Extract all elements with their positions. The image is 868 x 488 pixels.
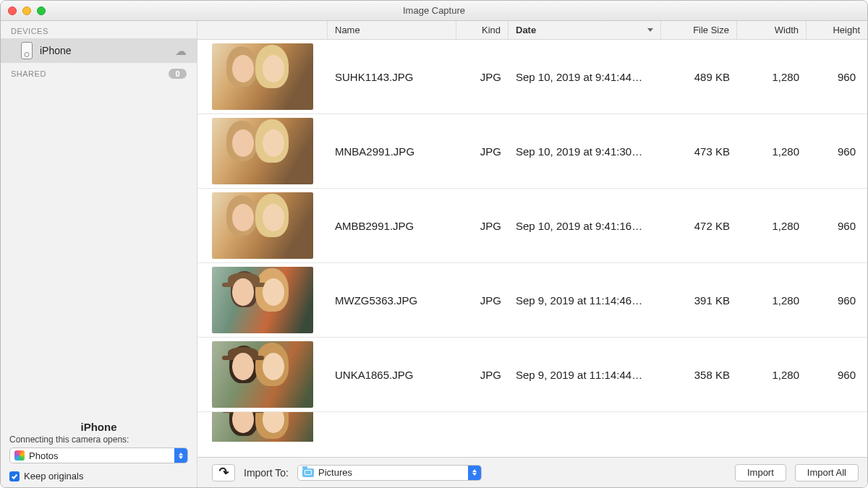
column-name[interactable]: Name [328,21,456,39]
checkbox-checked-icon [9,471,20,481]
import-to-select[interactable]: Pictures [297,465,482,481]
column-date[interactable]: Date [509,21,661,39]
size-cell: 489 KB [661,71,737,83]
thumbnail-cell [197,43,328,110]
name-cell: MWZG5363.JPG [328,294,456,307]
table-row[interactable]: UNKA1865.JPGJPGSep 9, 2019 at 11:14:44…3… [197,338,867,412]
photo-thumbnail [212,118,313,184]
camera-opens-select[interactable]: Photos [9,448,188,463]
width-cell: 1,280 [737,145,807,158]
width-cell: 1,280 [737,71,807,83]
bottom-toolbar: ↶ Import To: Pictures Import Import All [197,457,867,487]
chevron-down-icon [647,28,653,32]
shared-count-badge: 0 [169,69,187,79]
kind-cell: JPG [456,220,509,232]
date-cell: Sep 10, 2019 at 9:41:30… [509,145,661,158]
date-cell: Sep 9, 2019 at 11:14:44… [509,369,661,381]
kind-cell: JPG [456,294,509,307]
size-cell: 472 KB [661,220,737,232]
image-capture-window: Image Capture DEVICES iPhone ☁ SHARED 0 … [0,0,868,488]
height-cell: 960 [807,369,867,381]
photo-thumbnail [212,43,313,110]
photo-thumbnail [212,412,313,442]
image-rows: SUHK1143.JPGJPGSep 10, 2019 at 9:41:44…4… [197,40,867,457]
thumbnail-cell [197,267,328,333]
thumbnail-cell [197,192,328,259]
import-to-label: Import To: [244,467,289,479]
sidebar-section-devices: DEVICES [1,21,197,38]
column-file-size[interactable]: File Size [661,21,737,39]
pictures-folder-icon [302,468,314,477]
keep-originals-checkbox[interactable]: Keep originals [9,471,188,481]
title-bar: Image Capture [1,1,867,21]
name-cell: MNBA2991.JPG [328,145,456,158]
select-stepper-icon [174,448,187,463]
camera-opens-value: Photos [29,450,58,461]
kind-cell: JPG [456,71,509,83]
sidebar-item-label: iPhone [40,45,72,56]
width-cell: 1,280 [737,369,807,381]
sidebar-section-shared-label: SHARED [11,69,46,78]
kind-cell: JPG [456,369,509,381]
date-cell: Sep 10, 2019 at 9:41:16… [509,220,661,232]
table-row[interactable]: MNBA2991.JPGJPGSep 10, 2019 at 9:41:30…4… [197,114,867,189]
rotate-icon: ↶ [217,464,230,481]
name-cell: UNKA1865.JPG [328,369,456,381]
date-cell: Sep 10, 2019 at 9:41:44… [509,71,661,83]
close-window-button[interactable] [8,7,17,15]
select-stepper-icon [468,466,481,480]
cloud-icon: ☁ [175,44,187,58]
iphone-device-icon [21,42,33,59]
sidebar-item-iphone[interactable]: iPhone ☁ [1,38,197,63]
table-row[interactable] [197,412,867,442]
thumbnail-cell [197,341,328,408]
height-cell: 960 [807,71,867,83]
name-cell: SUHK1143.JPG [328,71,456,83]
size-cell: 473 KB [661,145,737,158]
width-cell: 1,280 [737,220,807,232]
import-button[interactable]: Import [735,464,786,481]
keep-originals-label: Keep originals [24,471,83,481]
width-cell: 1,280 [737,294,807,307]
column-width[interactable]: Width [737,21,807,39]
main-pane: Name Kind Date File Size Width Height SU… [197,21,867,487]
column-height[interactable]: Height [807,21,867,39]
table-row[interactable]: SUHK1143.JPGJPGSep 10, 2019 at 9:41:44…4… [197,40,867,114]
import-all-button[interactable]: Import All [795,464,859,481]
size-cell: 358 KB [661,369,737,381]
name-cell: AMBB2991.JPG [328,220,456,232]
sidebar-section-devices-label: DEVICES [11,27,48,35]
height-cell: 960 [807,220,867,232]
sidebar-bottom-panel: iPhone Connecting this camera opens: Pho… [1,416,197,487]
rotate-button[interactable]: ↶ [212,464,235,481]
sidebar: DEVICES iPhone ☁ SHARED 0 iPhone Connect… [1,21,197,487]
date-cell: Sep 9, 2019 at 11:14:46… [509,294,661,307]
size-cell: 391 KB [661,294,737,307]
photo-thumbnail [212,192,313,259]
height-cell: 960 [807,145,867,158]
height-cell: 960 [807,294,867,307]
photo-thumbnail [212,267,313,333]
zoom-window-button[interactable] [37,7,46,15]
column-headers: Name Kind Date File Size Width Height [197,21,867,40]
sidebar-section-shared: SHARED 0 [1,63,197,82]
table-row[interactable]: AMBB2991.JPGJPGSep 10, 2019 at 9:41:16…4… [197,189,867,263]
column-thumbnail[interactable] [197,21,328,39]
table-row[interactable]: MWZG5363.JPGJPGSep 9, 2019 at 11:14:46…3… [197,263,867,338]
column-kind[interactable]: Kind [456,21,509,39]
selected-device-name: iPhone [9,421,188,433]
thumbnail-cell [197,118,328,184]
thumbnail-cell [197,412,328,442]
traffic-lights [1,7,46,15]
window-title: Image Capture [1,5,867,16]
import-to-value: Pictures [318,467,352,478]
photos-app-icon [14,450,25,461]
camera-opens-hint: Connecting this camera opens: [9,435,188,445]
minimize-window-button[interactable] [22,7,31,15]
kind-cell: JPG [456,145,509,158]
photo-thumbnail [212,341,313,408]
